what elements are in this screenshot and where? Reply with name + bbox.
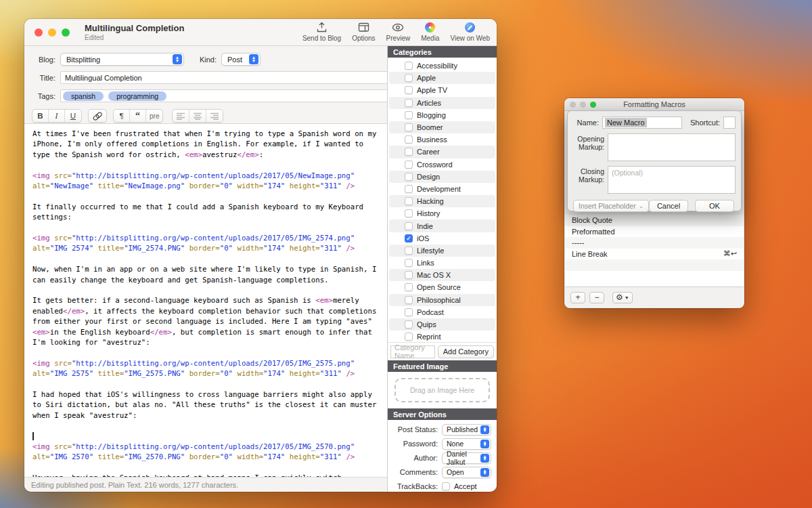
- category-checkbox[interactable]: [405, 111, 413, 119]
- macro-row[interactable]: Line Break⌘↩: [565, 249, 744, 260]
- blog-popup[interactable]: Bitsplitting ▲▼: [60, 53, 184, 66]
- category-checkbox[interactable]: [405, 148, 413, 156]
- ok-button[interactable]: OK: [695, 200, 734, 212]
- category-name-input[interactable]: Category Name: [390, 345, 435, 358]
- insert-placeholder-popup[interactable]: Insert Placeholder ⌄: [573, 200, 649, 212]
- category-checkbox[interactable]: [405, 197, 413, 205]
- category-checkbox[interactable]: [405, 86, 413, 94]
- category-checkbox[interactable]: ✓: [405, 234, 413, 242]
- category-checkbox[interactable]: [405, 222, 413, 230]
- post-body-editor[interactable]: At times I've been frustrated that when …: [24, 123, 387, 477]
- category-row[interactable]: Apple TV: [389, 84, 495, 96]
- align-right-icon[interactable]: [206, 110, 223, 122]
- close-button[interactable]: [35, 28, 43, 37]
- category-checkbox[interactable]: [405, 99, 413, 107]
- category-checkbox[interactable]: [405, 209, 413, 217]
- category-checkbox[interactable]: [405, 185, 413, 193]
- category-row[interactable]: Indie: [389, 219, 495, 232]
- trackbacks-checkbox[interactable]: [442, 482, 450, 490]
- category-checkbox[interactable]: [405, 271, 413, 279]
- category-checkbox[interactable]: [405, 62, 413, 70]
- macro-row[interactable]: Preformatted: [565, 226, 744, 238]
- category-checkbox[interactable]: [405, 333, 413, 341]
- category-checkbox[interactable]: [405, 296, 413, 304]
- underline-button[interactable]: U: [65, 110, 81, 122]
- link-icon[interactable]: [89, 110, 106, 122]
- toolbar-button-send-to-blog[interactable]: Send to Blog: [302, 21, 341, 42]
- macro-row[interactable]: Block Quote: [565, 215, 744, 226]
- toolbar-button-media[interactable]: Media: [421, 21, 439, 42]
- remove-macro-button[interactable]: −: [589, 292, 604, 303]
- category-checkbox[interactable]: [405, 283, 413, 291]
- category-row[interactable]: Mac OS X: [389, 269, 495, 281]
- category-checkbox[interactable]: [405, 308, 413, 316]
- category-row[interactable]: Philosophical: [389, 294, 495, 306]
- category-row[interactable]: Links: [389, 257, 495, 269]
- bold-button[interactable]: B: [32, 110, 49, 122]
- category-row[interactable]: Articles: [389, 97, 495, 109]
- align-center-icon[interactable]: [189, 110, 206, 122]
- macro-name-label: Name:: [573, 119, 599, 127]
- featured-image-dropzone[interactable]: Drag an Image Here: [394, 378, 490, 402]
- category-row[interactable]: Blogging: [389, 109, 495, 121]
- category-checkbox[interactable]: [405, 320, 413, 329]
- category-row[interactable]: Career: [389, 146, 495, 158]
- server-option-popup[interactable]: Daniel Jalkut▲▼: [442, 452, 491, 464]
- opening-markup-textarea[interactable]: [608, 133, 736, 161]
- blockquote-button[interactable]: “: [130, 110, 146, 122]
- macros-title-bar[interactable]: Formatting Macros: [564, 98, 744, 111]
- toolbar-button-view-on-web[interactable]: View on Web: [450, 21, 490, 42]
- macro-row[interactable]: [565, 259, 744, 271]
- category-checkbox[interactable]: [405, 74, 413, 82]
- toolbar-button-options[interactable]: Options: [352, 21, 375, 42]
- macro-row[interactable]: [565, 271, 744, 282]
- zoom-button[interactable]: [62, 28, 70, 37]
- category-checkbox[interactable]: [405, 173, 413, 181]
- server-option-popup[interactable]: None▲▼: [442, 438, 491, 450]
- server-option-popup[interactable]: Open▲▼: [442, 467, 491, 478]
- tag-token[interactable]: spanish: [63, 91, 104, 101]
- align-left-icon[interactable]: [173, 110, 189, 122]
- macros-list[interactable]: Block QuotePreformatted-----Line Break⌘↩: [565, 215, 744, 287]
- category-row[interactable]: Open Source: [389, 281, 495, 293]
- category-row[interactable]: History: [389, 207, 495, 219]
- macro-shortcut-input[interactable]: [723, 117, 736, 129]
- server-option-popup[interactable]: Published▲▼: [442, 424, 491, 436]
- category-row[interactable]: Hacking: [389, 195, 495, 207]
- category-row[interactable]: Crossword: [389, 158, 495, 171]
- category-row[interactable]: ✓iOS: [389, 232, 495, 245]
- category-checkbox[interactable]: [405, 161, 413, 169]
- toolbar-button-preview[interactable]: Preview: [386, 21, 411, 42]
- category-row[interactable]: Lifestyle: [389, 245, 495, 257]
- toolbar-button-label: View on Web: [450, 35, 490, 42]
- tag-token[interactable]: programming: [108, 91, 166, 101]
- category-row[interactable]: Design: [389, 171, 495, 183]
- category-row[interactable]: Development: [389, 183, 495, 195]
- category-row[interactable]: Boomer: [389, 121, 495, 133]
- category-row[interactable]: Podcast: [389, 306, 495, 318]
- macro-row[interactable]: -----: [565, 237, 744, 249]
- add-category-button[interactable]: Add Category: [438, 345, 494, 358]
- gear-menu-button[interactable]: ⚙▼: [612, 292, 633, 303]
- category-row[interactable]: Reprint: [389, 331, 495, 342]
- categories-list[interactable]: AccessibilityAppleApple TVArticlesBloggi…: [388, 58, 497, 342]
- category-checkbox[interactable]: [405, 123, 413, 131]
- italic-button[interactable]: I: [49, 110, 65, 122]
- macro-edit-sheet: Name: New Macro Shortcut: Opening Markup…: [567, 110, 742, 211]
- add-macro-button[interactable]: +: [570, 292, 585, 303]
- category-row[interactable]: Accessibility: [389, 60, 495, 72]
- closing-markup-textarea[interactable]: (Optional): [608, 166, 736, 194]
- category-checkbox[interactable]: [405, 135, 413, 144]
- minimize-button[interactable]: [48, 28, 56, 37]
- title-bar[interactable]: Multilingual Completion Edited Send to B…: [24, 19, 497, 46]
- category-row[interactable]: Business: [389, 133, 495, 146]
- category-checkbox[interactable]: [405, 259, 413, 267]
- preformatted-button[interactable]: pre: [146, 110, 162, 122]
- kind-popup[interactable]: Post ▲▼: [221, 53, 261, 66]
- paragraph-button[interactable]: ¶: [114, 110, 130, 122]
- category-row[interactable]: Apple: [389, 72, 495, 84]
- macro-name-input[interactable]: New Macro: [602, 117, 682, 129]
- category-row[interactable]: Quips: [389, 318, 495, 331]
- category-checkbox[interactable]: [405, 247, 413, 255]
- cancel-button[interactable]: Cancel: [649, 200, 688, 212]
